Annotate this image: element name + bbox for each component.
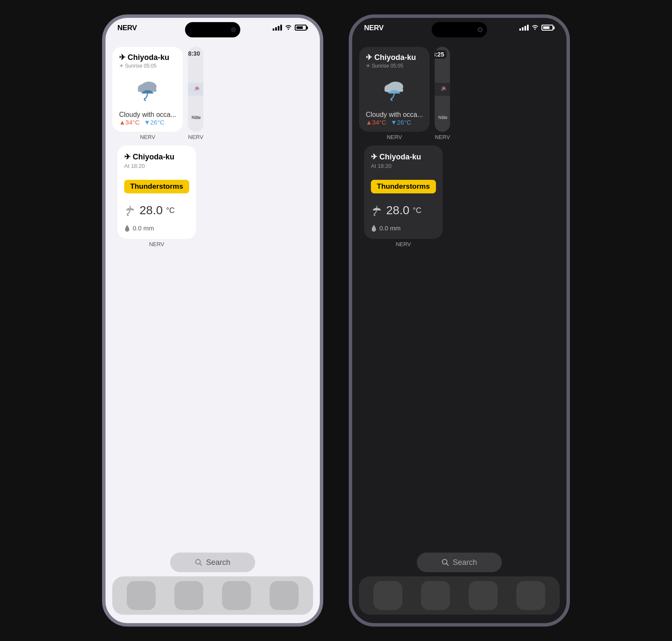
weather-widget-dark[interactable]: ✈ Chiyoda-ku ☀ Sunrise 05:05 [359, 47, 430, 140]
thunder-time-light: At 18:20 [124, 163, 189, 169]
svg-point-28 [441, 89, 444, 91]
svg-point-8 [194, 89, 197, 91]
nav-icon-thunder-dark: ✈ [371, 152, 377, 162]
bar-chart-light [191, 113, 200, 128]
dynamic-island-light [185, 22, 240, 37]
weather-widget-label-dark: NERV [359, 134, 430, 140]
dock-icon-1-light[interactable] [127, 581, 156, 610]
thunder-label-dark: NERV [364, 241, 443, 247]
sunrise-dark: ☀ Sunrise 05:05 [366, 63, 423, 69]
raindrop-icon-light [124, 224, 130, 232]
dynamic-island-dark [432, 22, 487, 37]
weather-widget-light[interactable]: ✈ Chiyoda-ku ☀ Sunrise 05:05 [112, 47, 183, 140]
svg-point-30 [444, 88, 444, 88]
di-dot-light [231, 27, 236, 32]
dock-icon-4-light[interactable] [270, 581, 299, 610]
umbrella-small-dark [371, 204, 383, 216]
battery-icon-light [295, 25, 308, 31]
search-bar-light[interactable]: Search [170, 553, 255, 572]
widget-grid-dark: ✈ Chiyoda-ku ☀ Sunrise 05:05 [352, 43, 567, 247]
thunder-location-light: ✈ Chiyoda-ku [124, 152, 189, 162]
radar-widget-label-light: NERV [188, 134, 203, 140]
dock-icon-3-dark[interactable] [469, 581, 498, 610]
signal-bars-light [273, 25, 282, 31]
svg-line-41 [447, 564, 449, 566]
svg-point-7 [196, 88, 197, 88]
radar-time-light: 18:30 [188, 50, 200, 57]
search-icon-light [195, 559, 202, 566]
cloud-umbrella-icon-dark [379, 77, 409, 103]
nav-icon-light: ✈ [119, 53, 125, 62]
cloud-umbrella-icon-light [133, 77, 162, 103]
phone-dark: NERV ✈ [349, 14, 570, 627]
wifi-icon-dark [531, 24, 539, 31]
bottom-widget-row-light: ✈ Chiyoda-ku At 18:20 Thunderstorms [112, 145, 313, 247]
dock-icon-2-light[interactable] [174, 581, 203, 610]
thunder-badge-light: Thunderstorms [124, 180, 189, 193]
weather-desc-light: Cloudy with occa... [119, 111, 176, 119]
screen-content-light: ✈ Chiyoda-ku ☀ Sunrise 05:05 [105, 43, 320, 623]
radar-widget-top-light[interactable]: 18:30 Now +1h NERV [188, 47, 203, 140]
search-bar-label-light: Search [206, 558, 230, 567]
weather-temps-light: ▲34°C ▼26°C [119, 119, 176, 126]
status-icons-dark [519, 24, 555, 31]
radar-widget-top-dark[interactable]: 18:25 Now +1h NERV [435, 47, 450, 140]
thunder-precip-light: 0.0 mm [124, 224, 189, 232]
search-bar-label-dark: Search [453, 558, 477, 567]
di-dot-dark [478, 27, 483, 32]
thunder-temp-light: 28.0 °C [124, 204, 189, 217]
weather-location-dark: ✈ Chiyoda-ku [366, 53, 423, 62]
thunder-badge-dark: Thunderstorms [371, 180, 436, 193]
search-icon-dark [441, 559, 449, 566]
dock-light [112, 576, 313, 615]
widget-grid-light: ✈ Chiyoda-ku ☀ Sunrise 05:05 [105, 43, 320, 247]
wifi-icon-light [285, 24, 292, 31]
thunder-location-dark: ✈ Chiyoda-ku [371, 152, 436, 162]
thunder-time-dark: At 18:20 [371, 163, 436, 169]
bar-chart-dark [438, 113, 447, 128]
sunrise-light: ☀ Sunrise 05:05 [119, 63, 176, 69]
dock-icon-4-dark[interactable] [516, 581, 545, 610]
bottom-widget-row-dark: ✈ Chiyoda-ku At 18:20 Thunderstorms [359, 145, 560, 247]
weather-widget-label-light: NERV [112, 134, 183, 140]
weather-desc-dark: Cloudy with occa... [366, 111, 423, 119]
dock-icon-2-dark[interactable] [421, 581, 450, 610]
top-widget-row-light: ✈ Chiyoda-ku ☀ Sunrise 05:05 [112, 47, 313, 140]
app-title-dark: NERV [364, 24, 384, 32]
svg-point-9 [197, 88, 199, 90]
svg-line-19 [200, 564, 202, 566]
weather-location-light: ✈ Chiyoda-ku [119, 53, 176, 62]
weather-icon-area-light [119, 69, 176, 111]
dock-icon-1-dark[interactable] [373, 581, 402, 610]
top-widget-row-dark: ✈ Chiyoda-ku ☀ Sunrise 05:05 [359, 47, 560, 140]
weather-icon-area-dark [366, 69, 423, 111]
thunder-widget-dark[interactable]: ✈ Chiyoda-ku At 18:20 Thunderstorms [364, 145, 443, 247]
raindrop-icon-dark [371, 224, 377, 232]
radar-time-dark: 18:25 [435, 50, 447, 59]
nav-icon-thunder-light: ✈ [124, 152, 131, 162]
umbrella-small-light [124, 204, 136, 216]
radar-widget-label-dark: NERV [435, 134, 450, 140]
phone-light: NERV ✈ [102, 14, 323, 627]
screen-content-dark: ✈ Chiyoda-ku ☀ Sunrise 05:05 [352, 43, 567, 623]
thunder-precip-dark: 0.0 mm [371, 224, 436, 232]
dock-icon-3-light[interactable] [222, 581, 251, 610]
thunder-label-light: NERV [117, 241, 196, 247]
dock-dark [359, 576, 560, 615]
app-title-light: NERV [117, 24, 137, 32]
status-icons-light [273, 24, 308, 31]
weather-temps-dark: ▲34°C ▼26°C [366, 119, 423, 126]
battery-icon-dark [541, 25, 555, 31]
nav-icon-dark: ✈ [366, 53, 372, 62]
thunder-temp-dark: 28.0 °C [371, 204, 436, 217]
thunder-widget-light[interactable]: ✈ Chiyoda-ku At 18:20 Thunderstorms [117, 145, 196, 247]
svg-point-29 [444, 88, 446, 90]
signal-bars-dark [519, 25, 529, 31]
search-bar-dark[interactable]: Search [417, 553, 502, 572]
